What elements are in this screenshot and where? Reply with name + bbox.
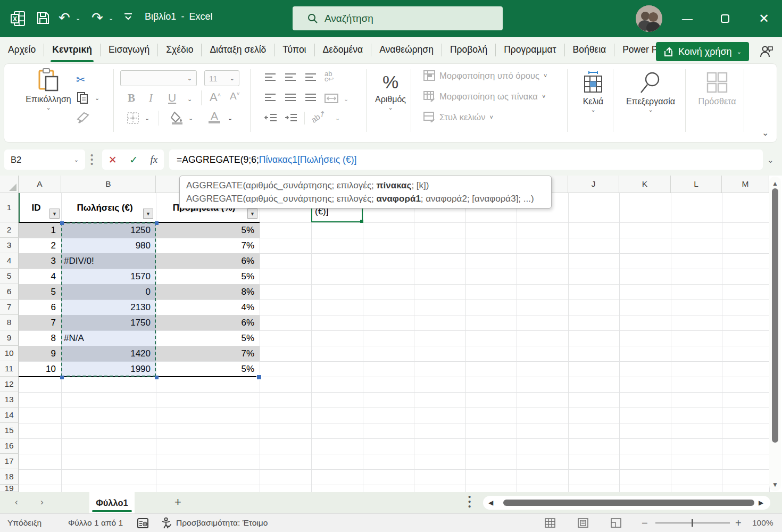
quick-access-toolbar-icon[interactable] <box>123 13 133 20</box>
fill-color-dropdown-icon[interactable]: ⌄ <box>188 115 193 122</box>
page-layout-view-icon[interactable] <box>578 514 588 532</box>
ribbon-tab-developer[interactable]: Προγραμματ <box>496 37 564 62</box>
horizontal-scroll-thumb[interactable] <box>503 500 754 506</box>
ribbon-tab-formulas[interactable]: Τύποι <box>274 37 314 62</box>
align-left-icon[interactable] <box>264 93 277 102</box>
column-header-K[interactable]: K <box>619 176 671 193</box>
enter-icon[interactable]: ✓ <box>129 154 138 166</box>
row-header-7[interactable]: 7 <box>0 300 19 315</box>
number-format-button[interactable]: % Αριθμός ⌄ <box>372 71 409 111</box>
undo-dropdown-icon[interactable]: ⌄ <box>76 15 80 22</box>
align-bottom-icon[interactable] <box>304 72 317 82</box>
collapse-ribbon-icon[interactable]: ⌄ <box>762 128 769 138</box>
sheetbar-more-icon[interactable]: ••• <box>468 494 471 509</box>
row-header-6[interactable]: 6 <box>0 284 19 300</box>
align-middle-icon[interactable] <box>284 72 297 82</box>
cell-C6[interactable]: 8% <box>156 284 260 300</box>
cancel-icon[interactable]: ✕ <box>109 154 117 166</box>
cell-A2[interactable]: 1 <box>19 222 61 238</box>
cell-A10[interactable]: 9 <box>19 346 61 361</box>
profile-avatar[interactable] <box>636 5 662 32</box>
row-header-1[interactable]: 1 <box>0 193 19 222</box>
ribbon-tab-insert[interactable]: Εισαγωγή <box>101 37 157 62</box>
scroll-up-icon[interactable]: ▲ <box>772 180 778 187</box>
bold-button[interactable]: B <box>128 92 135 105</box>
fill-color-icon[interactable] <box>170 111 184 124</box>
borders-icon[interactable] <box>127 112 139 124</box>
row-header-9[interactable]: 9 <box>0 330 19 346</box>
feedback-person-icon[interactable] <box>760 45 773 59</box>
increase-indent-icon[interactable] <box>284 113 298 122</box>
row-header-4[interactable]: 4 <box>0 253 19 269</box>
cell-A9[interactable]: 8 <box>19 330 61 346</box>
normal-view-icon[interactable] <box>545 514 555 532</box>
save-icon[interactable] <box>36 11 50 25</box>
zoom-slider-thumb[interactable] <box>692 519 693 527</box>
cell-A3[interactable]: 2 <box>19 238 61 253</box>
cell-A4[interactable]: 3 <box>19 253 61 269</box>
column-header-L[interactable]: L <box>671 176 722 193</box>
format-painter-icon[interactable] <box>77 112 89 123</box>
cell-C3[interactable]: 7% <box>156 238 260 253</box>
row-header-18[interactable]: 18 <box>0 469 19 485</box>
conditional-formatting-button[interactable]: Μορφοποίηση υπό όρους ˅ <box>423 70 547 81</box>
cell-C9[interactable]: 5% <box>156 330 260 346</box>
range-handle[interactable] <box>60 376 64 379</box>
merge-dropdown-icon[interactable]: ⌄ <box>344 96 348 103</box>
italic-button[interactable]: I <box>149 92 153 105</box>
ribbon-tab-page-layout[interactable]: Διάταξη σελίδ <box>202 37 274 62</box>
row-header-2[interactable]: 2 <box>0 222 19 238</box>
row-header-19[interactable]: 19 <box>0 485 19 492</box>
cell-C11[interactable]: 5% <box>156 361 260 377</box>
copy-icon[interactable] <box>77 92 88 104</box>
cell-A6[interactable]: 5 <box>19 284 61 300</box>
ribbon-tab-draw[interactable]: Σχέδιο <box>158 37 201 62</box>
filter-button-sales[interactable]: ▼ <box>143 209 153 219</box>
ribbon-tab-review[interactable]: Αναθεώρηση <box>371 37 442 62</box>
addins-button[interactable]: Πρόσθετα <box>694 71 741 106</box>
align-right-icon[interactable] <box>304 93 317 102</box>
row-header-13[interactable]: 13 <box>0 392 19 408</box>
redo-icon[interactable]: ↷ <box>91 10 103 26</box>
zoom-in-icon[interactable]: + <box>735 514 742 532</box>
sheet-nav-left-icon[interactable]: ‹ <box>15 497 18 508</box>
ribbon-tab-data[interactable]: Δεδομένα <box>315 37 371 62</box>
cell-C2[interactable]: 5% <box>156 222 260 238</box>
orientation-icon[interactable]: ab↗ <box>309 108 327 125</box>
shrink-font-icon[interactable]: A˅ <box>230 90 240 102</box>
close-button[interactable]: ✕ <box>755 10 773 28</box>
share-button[interactable]: Κοινή χρήση ⌄ <box>656 42 749 61</box>
range-handle[interactable] <box>155 376 159 379</box>
redo-dropdown-icon[interactable]: ⌄ <box>109 15 113 22</box>
underline-dropdown-icon[interactable]: ⌄ <box>187 96 192 103</box>
editing-button[interactable]: Επεξεργασία ⌄ <box>621 71 680 113</box>
font-color-dropdown-icon[interactable]: ⌄ <box>228 115 232 122</box>
formula-input[interactable]: =AGGREGATE(9;6;Πίνακας1[Πωλήσεις (€)] <box>169 149 763 170</box>
cut-icon[interactable]: ✂ <box>76 73 86 86</box>
sheet-nav-right-icon[interactable]: › <box>40 497 44 508</box>
minimize-button[interactable]: — <box>678 10 696 28</box>
borders-dropdown-icon[interactable]: ⌄ <box>145 115 149 122</box>
cell-C10[interactable]: 7% <box>156 346 260 361</box>
sheet-tab[interactable]: Φύλλο1 <box>89 492 135 513</box>
font-color-icon[interactable]: A <box>209 110 220 123</box>
grow-font-icon[interactable]: A˄ <box>210 90 221 104</box>
search-box[interactable]: Αναζήτηση <box>293 6 503 30</box>
row-header-10[interactable]: 10 <box>0 346 19 361</box>
align-center-icon[interactable] <box>284 93 297 102</box>
range-handle[interactable] <box>60 221 64 225</box>
row-header-11[interactable]: 11 <box>0 361 19 377</box>
cell-C5[interactable]: 5% <box>156 269 260 284</box>
column-header-A[interactable]: A <box>19 176 61 193</box>
align-top-icon[interactable] <box>264 72 277 82</box>
ribbon-tab-view[interactable]: Προβολή <box>442 37 495 62</box>
format-as-table-button[interactable]: Μορφοποίηση ως πίνακα ˅ <box>423 91 545 102</box>
vertical-scrollbar[interactable]: ▲ ▼ <box>769 177 781 491</box>
macro-record-icon[interactable] <box>137 514 148 532</box>
cell-A11[interactable]: 10 <box>19 361 61 377</box>
cell-styles-button[interactable]: Στυλ κελιών ˅ <box>423 112 493 122</box>
cell-A8[interactable]: 7 <box>19 315 61 330</box>
cell-C7[interactable]: 4% <box>156 300 260 315</box>
filter-button-commission[interactable]: ▼ <box>247 209 257 219</box>
range-handle[interactable] <box>155 221 159 225</box>
